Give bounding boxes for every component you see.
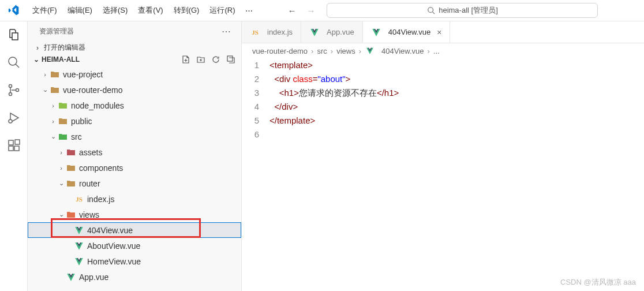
menu-select[interactable]: 选择(S) <box>98 3 132 18</box>
tree-item-vue-router-demo[interactable]: ⌄vue-router-demo <box>28 82 241 98</box>
tree-item-node_modules[interactable]: ›node_modules <box>28 98 241 113</box>
nav-back-icon[interactable]: ← <box>287 6 296 16</box>
tree-item-router[interactable]: ⌄router <box>28 176 241 191</box>
chevron-icon: › <box>57 165 66 171</box>
vue-icon <box>74 241 84 251</box>
tab-404View-vue[interactable]: 404View.vue× <box>363 21 451 43</box>
src-icon <box>58 132 68 142</box>
tree-item-index-js[interactable]: JSindex.js <box>28 191 241 207</box>
chevron-icon: › <box>57 149 66 156</box>
svg-point-6 <box>16 89 18 92</box>
chevron-icon: ⌄ <box>40 86 50 94</box>
folder-red-icon <box>58 116 68 126</box>
breadcrumbs[interactable]: vue-router-demo› src› views› 404View.vue… <box>242 43 644 58</box>
sidebar-title: 资源管理器 <box>39 27 74 36</box>
tree-item-views[interactable]: ⌄views <box>28 207 241 222</box>
command-center[interactable]: heima-all [管理员] <box>327 3 598 18</box>
chevron-icon: › <box>48 102 58 109</box>
new-file-icon[interactable] <box>181 55 190 64</box>
svg-point-5 <box>9 93 12 96</box>
chevron-down-icon: ⌄ <box>33 55 39 64</box>
nav-forward-icon[interactable]: → <box>306 6 315 16</box>
tree-item-assets[interactable]: ›assets <box>28 144 241 160</box>
assets-icon <box>66 147 76 158</box>
tree-item-appvue[interactable]: App.vue <box>28 269 241 285</box>
watermark: CSDN @清风微凉 aaa <box>560 277 636 288</box>
explorer-icon[interactable] <box>6 27 21 42</box>
code-editor[interactable]: 123456 <template> <div class="about"> <h… <box>242 58 644 141</box>
extensions-icon[interactable] <box>6 138 21 153</box>
debug-icon[interactable] <box>6 110 21 125</box>
chevron-icon: ⌄ <box>57 211 66 218</box>
menu-run[interactable]: 运行(R) <box>205 3 239 18</box>
new-folder-icon[interactable] <box>196 55 205 64</box>
vue-icon <box>371 27 381 38</box>
chevron-right-icon: › <box>33 44 42 52</box>
nm-icon <box>58 100 68 111</box>
folder-icon <box>50 85 60 95</box>
chevron-icon: › <box>40 71 50 78</box>
svg-point-4 <box>9 85 12 88</box>
menu-more-icon[interactable]: ⋯ <box>239 4 259 17</box>
tree-item-404view[interactable]: 404View.vue <box>28 222 241 238</box>
search-activity-icon[interactable] <box>6 55 21 70</box>
svg-line-3 <box>16 64 19 68</box>
folder-red-icon <box>66 163 76 173</box>
tab-index-js[interactable]: JSindex.js <box>242 21 301 43</box>
search-icon <box>427 6 435 14</box>
svg-rect-12 <box>227 56 233 61</box>
svg-rect-9 <box>9 146 13 151</box>
sidebar-more-icon[interactable]: ⋯ <box>222 26 231 37</box>
tree-item-vue-project[interactable]: ›vue-project <box>28 66 241 82</box>
tab-App-vue[interactable]: App.vue <box>301 21 363 43</box>
tree-item-src[interactable]: ⌄src <box>28 129 241 144</box>
command-center-text: heima-all [管理员] <box>439 5 498 16</box>
menu-view[interactable]: 查看(V) <box>133 3 167 18</box>
root-folder-header[interactable]: ⌄ HEIMA-ALL <box>28 54 241 65</box>
svg-point-0 <box>428 8 433 13</box>
js-icon: JS <box>250 27 260 38</box>
tree-item-aboutview[interactable]: AboutView.vue <box>28 238 241 253</box>
folder-icon <box>50 69 60 80</box>
svg-rect-10 <box>14 146 19 151</box>
menu-file[interactable]: 文件(F) <box>28 3 62 18</box>
svg-line-1 <box>433 12 435 14</box>
vue-icon <box>365 46 375 56</box>
vue-icon <box>66 272 76 282</box>
svg-point-7 <box>9 120 12 123</box>
menu-go[interactable]: 转到(G) <box>169 3 204 18</box>
chevron-icon: ⌄ <box>57 180 66 187</box>
tree-item-homeview[interactable]: HomeView.vue <box>28 253 241 269</box>
chevron-icon: › <box>48 118 58 125</box>
views-icon <box>66 210 76 220</box>
vue-icon <box>74 256 84 267</box>
chevron-icon: ⌄ <box>48 133 58 140</box>
open-editors-section[interactable]: › 打开的编辑器 <box>28 42 241 54</box>
collapse-icon[interactable] <box>226 55 235 64</box>
vscode-logo-icon <box>0 5 28 16</box>
menu-edit[interactable]: 编辑(E) <box>63 3 97 18</box>
svg-rect-8 <box>9 140 13 145</box>
svg-point-2 <box>9 57 17 65</box>
tree-item-components[interactable]: ›components <box>28 160 241 176</box>
folder-red-icon <box>66 178 76 189</box>
svg-rect-11 <box>15 140 20 144</box>
vue-icon <box>309 27 320 38</box>
source-control-icon[interactable] <box>6 83 21 98</box>
refresh-icon[interactable] <box>211 55 220 64</box>
js-icon: JS <box>74 194 84 204</box>
close-icon[interactable]: × <box>437 28 441 37</box>
vue-icon <box>74 225 84 236</box>
tree-item-public[interactable]: ›public <box>28 113 241 129</box>
